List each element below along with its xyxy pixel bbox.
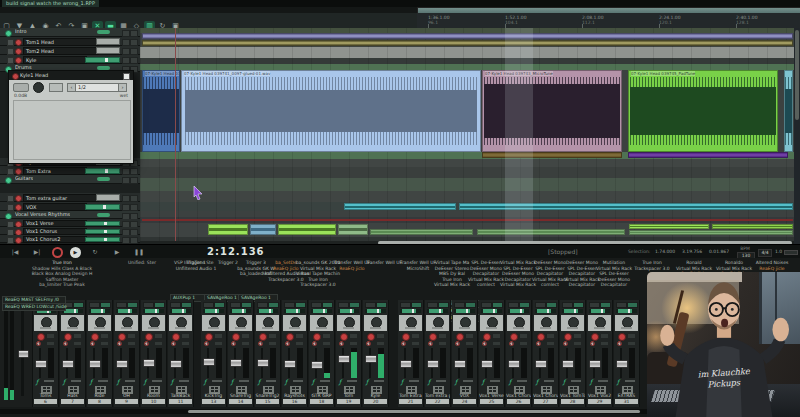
mixer-strip-vox1-chorus2[interactable]: 🔇ƒVox1 Chorus227 [533, 300, 559, 407]
route-button[interactable] [239, 380, 249, 382]
fx-slot[interactable]: Trackspacer 3.0 [634, 266, 669, 272]
solo-button[interactable] [350, 342, 357, 345]
track-row-vox1-verse[interactable]: Vox1 Verse [0, 219, 140, 227]
fx-enabled-badge[interactable]: ƒ [285, 379, 287, 385]
strip-in-button[interactable] [73, 302, 84, 308]
strip-trim-handle[interactable] [520, 309, 522, 313]
mute-icon[interactable]: 🔇 [366, 341, 374, 346]
strip-trim-handle[interactable] [547, 309, 549, 313]
route-button[interactable] [212, 380, 222, 382]
mixer-strip-vox1-vox2[interactable]: 🔇ƒVox1 Vox229 [587, 300, 613, 407]
route-button[interactable] [98, 380, 108, 382]
strip-trim-slider[interactable] [508, 309, 529, 313]
monitor-button[interactable] [574, 334, 581, 338]
mixer-strip-kicktrig[interactable]: 🔇ƒKickTrig13 [201, 300, 227, 407]
route-button[interactable] [293, 380, 303, 382]
strip-trim-slider[interactable] [400, 309, 421, 313]
volume-slider[interactable] [85, 57, 120, 63]
solo-button[interactable] [323, 342, 330, 345]
fx-slot[interactable]: comlect [468, 282, 504, 288]
strip-trim-handle[interactable] [377, 309, 379, 313]
routing-icon[interactable] [7, 168, 14, 175]
monitor-button[interactable] [242, 334, 249, 338]
fx-button[interactable] [122, 57, 130, 64]
strip-trim-slider[interactable] [454, 309, 475, 313]
strip-trim-slider[interactable] [562, 309, 583, 313]
mixer-strip-room[interactable]: 🔇ƒRoom10 [141, 300, 167, 407]
fx-button[interactable] [122, 48, 130, 55]
fader-handle[interactable] [170, 360, 182, 368]
mute-icon[interactable]: 🔇 [171, 341, 179, 346]
fx-slot[interactable]: Transfer Well UF [400, 260, 436, 266]
track-name-box[interactable]: Vox1 Chorus [23, 228, 87, 235]
mute-icon[interactable]: 🔇 [617, 341, 625, 346]
strip-fx-button[interactable] [338, 302, 349, 308]
pause-button[interactable]: ❚❚ [132, 247, 146, 257]
fx-enabled-badge[interactable]: ƒ [428, 379, 430, 385]
strip-in-button[interactable] [600, 302, 611, 308]
mixer-strip-ride[interactable]: 🔇ƒRide8 [87, 300, 113, 407]
strip-trim-slider[interactable] [616, 309, 637, 313]
record-arm-button[interactable] [340, 333, 348, 341]
fx-slot[interactable]: MicroShift [400, 266, 436, 272]
track-row-vocal-verses-rhythms[interactable]: Vocal Verses Rhythms [0, 211, 140, 219]
mute-icon[interactable]: 🔇 [536, 341, 544, 346]
strip-in-button[interactable] [295, 302, 306, 308]
fader-handle[interactable] [143, 359, 155, 367]
track-row-tom2-head[interactable]: Tom2 Head [0, 46, 140, 55]
strip-fx-button[interactable] [508, 302, 519, 308]
strip-trim-slider[interactable] [257, 309, 278, 313]
route-button[interactable] [320, 380, 330, 382]
fader-handle[interactable] [89, 360, 101, 368]
floating-fx-window[interactable]: Kyle1 Head ‹ 1/2 › 0.0dB wet [8, 70, 134, 164]
mute-icon[interactable]: 🔇 [144, 341, 152, 346]
mixer-strip-vox[interactable]: 🔇ƒVOX24 [452, 300, 478, 407]
route-button[interactable] [517, 380, 527, 382]
strip-fx-button[interactable] [481, 302, 492, 308]
track-name-box[interactable]: Kyle [23, 56, 87, 64]
strip-trim-slider[interactable] [116, 309, 137, 313]
master-strip[interactable]: A1 [0, 300, 33, 407]
stop-button[interactable]: ▶ [110, 247, 124, 257]
strip-fx-button[interactable] [454, 302, 465, 308]
record-arm-button[interactable] [367, 333, 375, 341]
fx-button[interactable] [122, 168, 130, 175]
strip-fx-button[interactable] [616, 302, 627, 308]
record-arm-button[interactable] [429, 333, 437, 341]
strip-in-button[interactable] [465, 302, 476, 308]
solo-button[interactable] [601, 342, 608, 345]
strip-fx-button[interactable] [170, 302, 181, 308]
fx-slot[interactable]: ReaEQ jicle [756, 266, 789, 272]
mute-icon[interactable]: 🔇 [428, 341, 436, 346]
strip-trim-slider[interactable] [230, 309, 251, 313]
record-arm-button[interactable] [456, 333, 464, 341]
track-name-box[interactable]: Vox1 Chorus2 [23, 236, 87, 243]
record-arm-icon[interactable] [15, 39, 22, 46]
mixer-strip-toms[interactable]: 🔇ƒToms6 [33, 300, 59, 407]
volume-slider-handle[interactable] [104, 222, 107, 225]
solo-button[interactable] [439, 342, 446, 345]
fx-enabled-badge[interactable]: ƒ [144, 379, 146, 385]
route-button[interactable] [152, 380, 162, 382]
monitor-button[interactable] [628, 334, 635, 338]
record-arm-button[interactable] [564, 333, 572, 341]
mute-icon[interactable]: 🔇 [90, 341, 98, 346]
solo-button[interactable] [520, 342, 527, 345]
io-button[interactable] [130, 30, 138, 37]
record-arm-button[interactable] [118, 333, 126, 341]
strip-fx-button[interactable] [589, 302, 600, 308]
monitor-button[interactable] [128, 334, 135, 338]
strip-fx-button[interactable] [230, 302, 241, 308]
master-send-slot[interactable]: ReaEQ WRED LOWcut /Side [2, 303, 66, 311]
fx-enabled-badge[interactable]: ƒ [117, 379, 119, 385]
fader-handle[interactable] [616, 360, 628, 368]
fx-slot[interactable]: SPL De-Esser [596, 271, 632, 277]
rate-slider[interactable] [784, 250, 798, 255]
io-button[interactable] [130, 237, 138, 244]
volume-slider-handle[interactable] [105, 169, 108, 173]
strip-trim-handle[interactable] [628, 309, 630, 313]
fx-slot[interactable]: Altered Noises [756, 260, 789, 266]
mute-icon[interactable]: 🔇 [401, 341, 409, 346]
strip-trim-handle[interactable] [74, 309, 76, 313]
fx-slot[interactable]: Unfiltered Audio 1 [176, 266, 217, 272]
